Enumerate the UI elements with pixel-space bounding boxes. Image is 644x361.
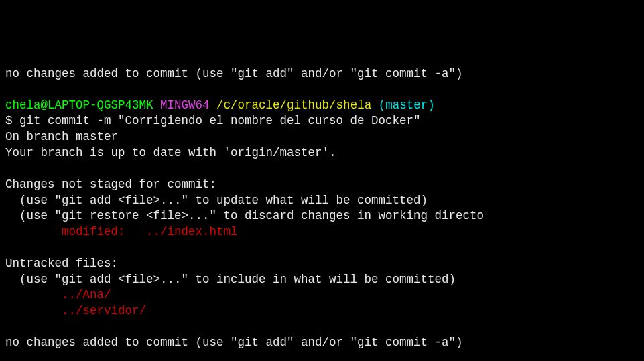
untracked-file: ../servidor/ <box>5 303 639 319</box>
prompt-path: /c/oracle/github/shela <box>216 98 371 112</box>
output-line: On branch master <box>5 129 639 145</box>
blank-line <box>5 351 639 361</box>
modified-file: modified: ../index.html <box>5 224 639 240</box>
output-line: Changes not staged for commit: <box>5 177 639 193</box>
blank-line <box>5 240 639 256</box>
untracked-file: ../Ana/ <box>5 287 639 303</box>
output-line: Your branch is up to date with 'origin/m… <box>5 145 639 161</box>
prompt-env: MINGW64 <box>160 98 210 112</box>
output-line: (use "git add <file>..." to update what … <box>5 193 639 209</box>
output-line: (use "git restore <file>..." to discard … <box>5 208 639 224</box>
prompt-user: chela@LAPTOP-QGSP43MK <box>5 98 153 112</box>
prompt-dollar: $ <box>5 114 19 127</box>
output-line: no changes added to commit (use "git add… <box>5 335 639 351</box>
command-line: $ git commit -m "Corrigiendo el nombre d… <box>5 113 639 129</box>
output-line: Untracked files: <box>5 256 639 272</box>
command-text: git commit -m "Corrigiendo el nombre del… <box>19 114 421 127</box>
prompt-line: chela@LAPTOP-QGSP43MK MINGW64 /c/oracle/… <box>5 98 639 114</box>
terminal-output: no changes added to commit (use "git add… <box>5 66 639 362</box>
output-line: (use "git add <file>..." to include in w… <box>5 272 639 288</box>
blank-line <box>5 319 639 336</box>
output-line: no changes added to commit (use "git add… <box>5 66 639 82</box>
blank-line <box>5 82 639 98</box>
blank-line <box>5 161 639 177</box>
prompt-branch: (master) <box>379 98 435 112</box>
